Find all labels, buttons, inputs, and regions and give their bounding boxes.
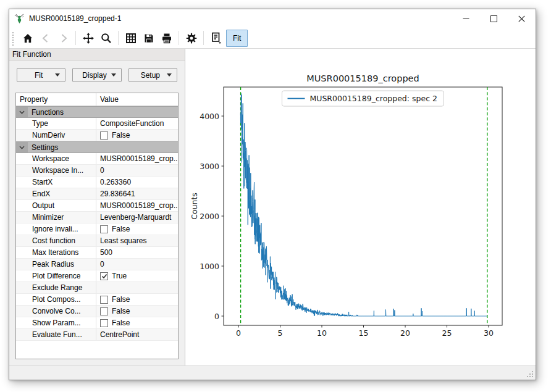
customize-button[interactable] [182, 30, 200, 47]
group-row-functions[interactable]: Functions [16, 106, 178, 118]
generate-script-button[interactable] [207, 30, 225, 47]
save-icon [143, 32, 155, 44]
fit-menu-row: Fit Display Setup [17, 68, 177, 82]
toolbar-separator [118, 31, 119, 45]
maximize-button[interactable] [480, 9, 508, 28]
zoom-button[interactable] [97, 30, 115, 47]
pan-button[interactable] [79, 30, 97, 47]
chevron-down-icon [55, 73, 60, 77]
property-value[interactable]: 0 [96, 165, 178, 176]
checkbox[interactable] [100, 131, 108, 140]
forward-arrow-icon [57, 32, 70, 44]
legend-label: MUSR00015189_cropped: spec 2 [310, 94, 437, 103]
save-button[interactable] [140, 30, 158, 47]
fit-toggle-button[interactable]: Fit [226, 30, 248, 47]
property-row[interactable]: Peak Radius0 [16, 259, 178, 270]
property-row[interactable]: Plot DifferenceTrue [16, 270, 178, 282]
checkbox[interactable] [100, 272, 108, 280]
property-row[interactable]: Convolve Co...False [16, 306, 178, 317]
property-name: Workspace In... [16, 165, 96, 176]
checkbox[interactable] [100, 296, 108, 304]
property-value[interactable]: False [96, 130, 178, 141]
close-button[interactable] [508, 9, 536, 28]
print-icon [161, 32, 173, 44]
titlebar[interactable]: MUSR00015189_cropped-1 [9, 9, 536, 28]
property-name: Peak Radius [16, 259, 96, 270]
property-value[interactable]: 29.836641 [96, 188, 178, 199]
home-button[interactable] [19, 30, 36, 47]
plot-canvas[interactable]: MUSR00015189_cropped05101520253001000200… [185, 49, 536, 365]
statusbar [9, 365, 536, 380]
property-value[interactable]: False [96, 306, 178, 317]
setup-menu-button[interactable]: Setup [128, 68, 177, 82]
dock-title: Fit Function [9, 49, 185, 60]
back-button[interactable] [36, 30, 54, 47]
property-row[interactable]: Exclude Range [16, 282, 178, 294]
group-row-settings[interactable]: Settings [16, 141, 178, 153]
column-header-value: Value [96, 93, 178, 106]
property-name: Convolve Co... [16, 306, 96, 317]
property-row[interactable]: NumDerivFalse [16, 130, 178, 141]
axes-frame [224, 87, 502, 325]
property-name: Plot Compos... [16, 294, 96, 305]
resize-grip[interactable] [526, 370, 534, 378]
property-name: NumDeriv [16, 130, 96, 141]
property-value[interactable]: CentrePoint [96, 329, 178, 340]
property-value[interactable]: False [96, 294, 178, 305]
property-row[interactable]: Cost functionLeast squares [16, 235, 178, 247]
forward-button[interactable] [54, 30, 72, 47]
display-menu-button[interactable]: Display [72, 68, 121, 82]
property-name: Ignore invali... [16, 223, 96, 235]
collapse-chevron-icon[interactable] [16, 107, 28, 117]
grid-options-button[interactable] [122, 30, 140, 47]
property-value[interactable]: Levenberg-Marquardt [96, 212, 178, 223]
property-row[interactable]: Workspace In...0 [16, 165, 178, 177]
property-value[interactable]: False [96, 223, 178, 235]
toolbar-separator [75, 31, 76, 45]
property-value[interactable]: 0.263360 [96, 177, 178, 188]
dock-body: Fit Display Setup Property Va [9, 60, 185, 365]
checkbox[interactable] [100, 319, 108, 327]
property-value[interactable]: MUSR00015189_crop... [96, 153, 178, 164]
property-value[interactable]: 0 [96, 259, 178, 270]
property-value[interactable]: CompositeFunction [96, 118, 178, 129]
property-name: Evaluate Fun... [16, 329, 96, 340]
fit-menu-button[interactable]: Fit [17, 68, 65, 82]
property-value[interactable] [96, 282, 178, 293]
property-value[interactable]: 500 [96, 247, 178, 258]
property-value[interactable]: False [96, 317, 178, 328]
fit-function-dock: Fit Function Fit Display Setup [9, 49, 185, 365]
figure[interactable]: MUSR00015189_cropped05101520253001000200… [185, 49, 536, 365]
property-row[interactable]: Show Param...False [16, 317, 178, 329]
property-row[interactable]: Max Iterations500 [16, 247, 178, 259]
toolbar-drag-handle[interactable] [11, 31, 15, 46]
minimize-icon [463, 15, 469, 22]
property-row[interactable]: Plot Compos...False [16, 294, 178, 306]
property-name: EndX [16, 188, 96, 199]
property-row[interactable]: TypeCompositeFunction [16, 118, 178, 130]
property-row[interactable]: OutputMUSR00015189_crop... [16, 200, 178, 212]
maximize-icon [490, 15, 497, 22]
legend[interactable]: MUSR00015189_cropped: spec 2 [282, 91, 444, 106]
property-value[interactable]: True [96, 270, 178, 281]
y-tick-label: 4000 [200, 112, 219, 121]
x-tick-label: 5 [278, 328, 283, 338]
print-button[interactable] [158, 30, 175, 47]
property-row[interactable]: WorkspaceMUSR00015189_crop... [16, 153, 178, 165]
collapse-chevron-icon[interactable] [16, 142, 28, 152]
display-menu-label: Display [82, 71, 106, 80]
property-row[interactable]: Ignore invali...False [16, 223, 178, 235]
property-row[interactable]: StartX0.263360 [16, 177, 178, 188]
x-tick-label: 20 [400, 328, 410, 338]
property-value[interactable]: MUSR00015189_crop... [96, 200, 178, 211]
property-row[interactable]: Evaluate Fun...CentrePoint [16, 329, 178, 341]
property-name: Show Param... [16, 317, 96, 328]
property-row[interactable]: EndX29.836641 [16, 188, 178, 200]
minimize-button[interactable] [452, 9, 480, 28]
setup-menu-label: Setup [141, 71, 160, 80]
property-row[interactable]: MinimizerLevenberg-Marquardt [16, 212, 178, 223]
property-value[interactable]: Least squares [96, 235, 178, 246]
checkbox[interactable] [100, 225, 108, 233]
fit-property-browser: Property Value FunctionsTypeCompositeFun… [15, 93, 179, 359]
checkbox[interactable] [100, 307, 108, 315]
